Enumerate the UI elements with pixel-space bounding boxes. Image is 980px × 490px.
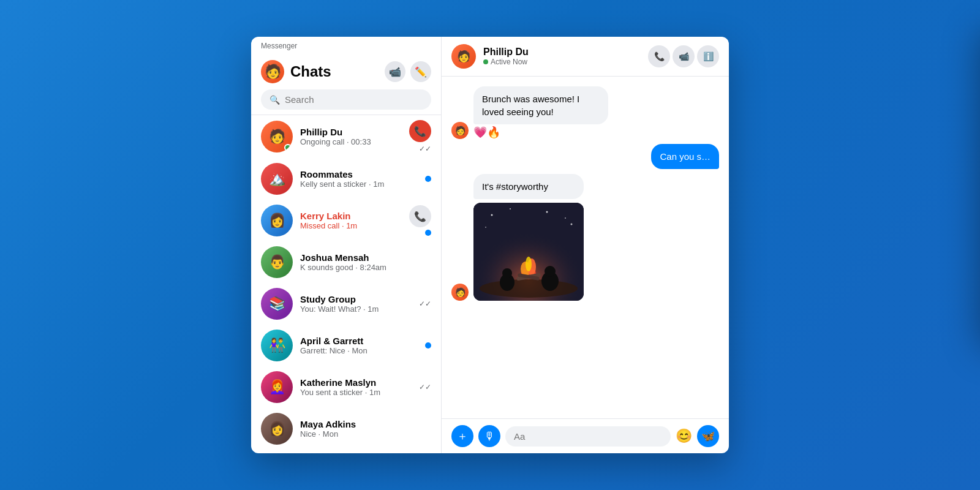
chat-name-study-group: Study Group	[300, 294, 412, 304]
chat-info-katherine-maslyn: Katherine Maslyn You sent a sticker · 1m	[300, 377, 412, 397]
contact-status: Active Now	[483, 58, 641, 66]
search-bar: 🔍	[261, 89, 431, 110]
chat-meta-katherine-maslyn: ✓✓	[419, 383, 431, 391]
message-reactions-brunch: 💗🔥	[473, 126, 608, 139]
svg-point-17	[485, 227, 486, 228]
end-call-button[interactable]: 📞	[409, 120, 431, 142]
app-titlebar: Messenger	[251, 37, 441, 53]
svg-point-14	[510, 208, 511, 209]
story-image	[473, 203, 584, 301]
avatar-maya-adkins: 👩	[261, 413, 293, 445]
chat-preview-joshua-mensah: K sounds good · 8:24am	[300, 263, 424, 272]
voice-call-button[interactable]: 📞	[648, 45, 670, 67]
message-brunch: 🧑 Brunch was awesome! I loved seeing you…	[451, 86, 719, 139]
chat-item-study-group[interactable]: 📚 Study Group You: Wait! What? · 1m ✓✓	[251, 283, 441, 325]
contact-info: Phillip Du Active Now	[483, 47, 641, 66]
butterfly-button[interactable]: 🦋	[697, 425, 719, 447]
search-icon: 🔍	[270, 95, 280, 105]
message-bubble-brunch: Brunch was awesome! I loved seeing you!	[473, 86, 608, 124]
chat-name-april-garrett: April & Garrett	[300, 336, 418, 346]
chat-list: 🧑 Phillip Du Ongoing call · 00:33 📞 ✓✓ 🏔…	[251, 115, 441, 453]
chat-preview-phillip-du: Ongoing call · 00:33	[300, 137, 402, 146]
chat-item-april-garrett[interactable]: 👫 April & Garrett Garrett: Nice · Mon	[251, 325, 441, 366]
chat-name-joshua-mensah: Joshua Mensah	[300, 252, 424, 263]
chat-info-april-garrett: April & Garrett Garrett: Nice · Mon	[300, 336, 418, 355]
new-message-button[interactable]: ✏️	[410, 61, 431, 82]
read-check-study-group: ✓✓	[419, 300, 431, 308]
read-check-katherine: ✓✓	[419, 383, 431, 391]
message-avatar-2: 🧑	[451, 284, 469, 301]
svg-point-13	[491, 214, 493, 216]
chat-meta-kerry-lakin: 📞	[409, 205, 431, 236]
add-button[interactable]: ＋	[451, 425, 473, 447]
svg-point-12	[545, 266, 556, 277]
avatar-joshua-mensah: 👨	[261, 246, 293, 278]
svg-point-18	[571, 224, 573, 225]
app-title: Messenger	[261, 42, 297, 50]
chat-preview-april-garrett: Garrett: Nice · Mon	[300, 346, 418, 355]
chat-info-kerry-lakin: Kerry Lakin Missed call · 1m	[300, 211, 402, 230]
sidebar-header: 🧑 Chats 📹 ✏️ 🔍	[251, 53, 441, 115]
chat-item-phillip-du[interactable]: 🧑 Phillip Du Ongoing call · 00:33 📞 ✓✓	[251, 115, 441, 158]
header-icons: 📹 ✏️	[385, 61, 431, 82]
chat-preview-kerry-lakin: Missed call · 1m	[300, 221, 402, 230]
avatar-phillip-du: 🧑	[261, 121, 293, 153]
chat-info-phillip-du: Phillip Du Ongoing call · 00:33	[300, 127, 402, 146]
read-check-phillip-du: ✓✓	[419, 145, 431, 153]
chat-item-katherine-maslyn[interactable]: 👩‍🦰 Katherine Maslyn You sent a sticker …	[251, 366, 441, 408]
chat-header-icons: 📞 📹 ℹ️	[648, 45, 719, 67]
chat-item-joshua-mensah[interactable]: 👨 Joshua Mensah K sounds good · 8:24am	[251, 241, 441, 283]
user-avatar[interactable]: 🧑	[261, 60, 284, 83]
unread-dot-april-garrett	[425, 342, 431, 349]
svg-point-2	[480, 279, 578, 298]
chat-preview-katherine-maslyn: You sent a sticker · 1m	[300, 388, 412, 397]
app-window: Messenger 🧑 Chats 📹 ✏️ 🔍	[251, 37, 729, 453]
chat-preview-maya-adkins: Nice · Mon	[300, 429, 424, 439]
avatar-april-garrett: 👫	[261, 330, 293, 361]
avatar-katherine-maslyn: 👩‍🦰	[261, 371, 293, 403]
sidebar: Messenger 🧑 Chats 📹 ✏️ 🔍	[251, 37, 441, 453]
info-button[interactable]: ℹ️	[697, 45, 719, 67]
message-bubble-storyworthy: It's #storyworthy	[473, 174, 584, 199]
chat-meta-roommates	[425, 176, 431, 182]
chat-input-area: ＋ 🎙 😊 🦋	[442, 418, 729, 453]
svg-point-16	[565, 217, 566, 219]
search-input[interactable]	[285, 94, 423, 105]
chat-name-katherine-maslyn: Katherine Maslyn	[300, 377, 412, 388]
unread-dot-kerry	[425, 230, 431, 236]
video-call-button[interactable]: 📹	[385, 61, 405, 82]
campfire-image	[473, 203, 584, 301]
chat-meta-study-group: ✓✓	[419, 300, 431, 308]
chat-name-kerry-lakin: Kerry Lakin	[300, 211, 402, 221]
chat-preview-study-group: You: Wait! What? · 1m	[300, 304, 412, 314]
messages-area: 🧑 Brunch was awesome! I loved seeing you…	[442, 77, 729, 418]
chat-name-phillip-du: Phillip Du	[300, 127, 402, 137]
svg-point-15	[546, 211, 548, 213]
status-dot	[483, 59, 488, 64]
message-input[interactable]	[505, 426, 671, 447]
chat-item-maya-adkins[interactable]: 👩 Maya Adkins Nice · Mon	[251, 408, 441, 450]
chat-header: 🧑 Phillip Du Active Now 📞 📹 ℹ️	[442, 37, 729, 77]
chat-info-roommates: Roommates Kelly sent a sticker · 1m	[300, 169, 418, 189]
chat-item-roommates[interactable]: 🏔️ Roommates Kelly sent a sticker · 1m	[251, 158, 441, 200]
mic-button[interactable]: 🎙	[478, 425, 500, 447]
chat-info-maya-adkins: Maya Adkins Nice · Mon	[300, 419, 424, 439]
chats-title: Chats	[290, 63, 331, 80]
chat-panel: 🧑 Phillip Du Active Now 📞 📹 ℹ️ 🧑 Brunch …	[441, 37, 729, 453]
chat-preview-roommates: Kelly sent a sticker · 1m	[300, 179, 418, 189]
phone-icon-kerry[interactable]: 📞	[409, 205, 431, 227]
avatar-kerry-lakin: 👩	[261, 205, 293, 236]
message-storyworthy: 🧑 It's #storyworthy	[451, 174, 719, 301]
emoji-button[interactable]: 😊	[676, 428, 692, 444]
message-can-you: Can you s…	[451, 144, 719, 169]
avatar-study-group: 📚	[261, 288, 293, 320]
chat-meta-phillip-du: 📞 ✓✓	[409, 120, 431, 153]
contact-name: Phillip Du	[483, 47, 641, 58]
chat-item-karan-brian[interactable]: 👬 Karan & Brian	[251, 450, 441, 453]
chat-info-study-group: Study Group You: Wait! What? · 1m	[300, 294, 412, 314]
svg-point-10	[502, 268, 512, 278]
chat-item-kerry-lakin[interactable]: 👩 Kerry Lakin Missed call · 1m 📞	[251, 200, 441, 241]
video-call-header-button[interactable]: 📹	[673, 45, 695, 67]
chat-meta-april-garrett	[425, 342, 431, 349]
unread-dot-roommates	[425, 176, 431, 182]
